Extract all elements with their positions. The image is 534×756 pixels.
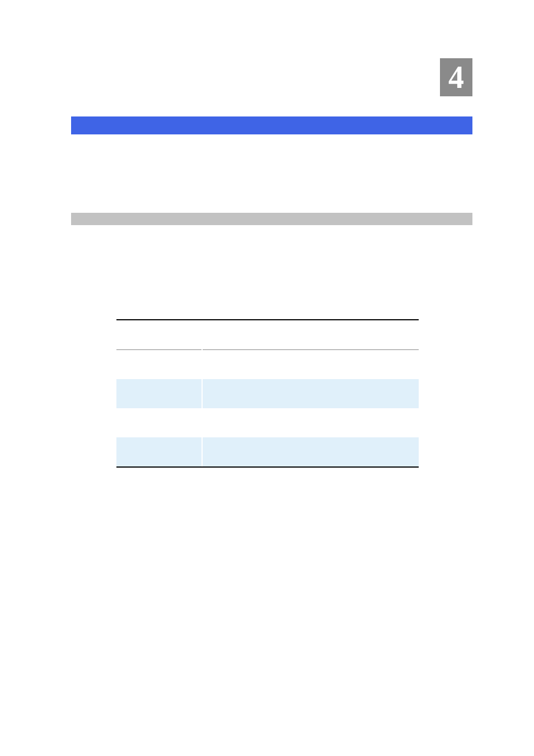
- chapter-number-box: 4: [440, 58, 472, 96]
- table-header-cell-1: [116, 320, 202, 349]
- table-row: [116, 350, 419, 379]
- table-header-cell-2: [202, 320, 419, 349]
- table-row: [116, 379, 419, 408]
- table-cell: [202, 437, 419, 466]
- table-column-divider: [202, 320, 203, 466]
- table-header-row: [116, 320, 419, 349]
- section-title-bar: [71, 213, 472, 225]
- table-container: [116, 319, 419, 468]
- table-row: [116, 437, 419, 466]
- chapter-title-bar: [71, 116, 472, 134]
- table-cell: [116, 379, 202, 408]
- table-cell: [202, 379, 419, 408]
- table-cell: [202, 408, 419, 437]
- table-row: [116, 408, 419, 437]
- chapter-number: 4: [448, 59, 464, 95]
- table-cell: [202, 350, 419, 379]
- table-cell: [116, 350, 202, 379]
- table-cell: [116, 437, 202, 466]
- table-cell: [116, 408, 202, 437]
- table-bottom-border: [116, 466, 419, 468]
